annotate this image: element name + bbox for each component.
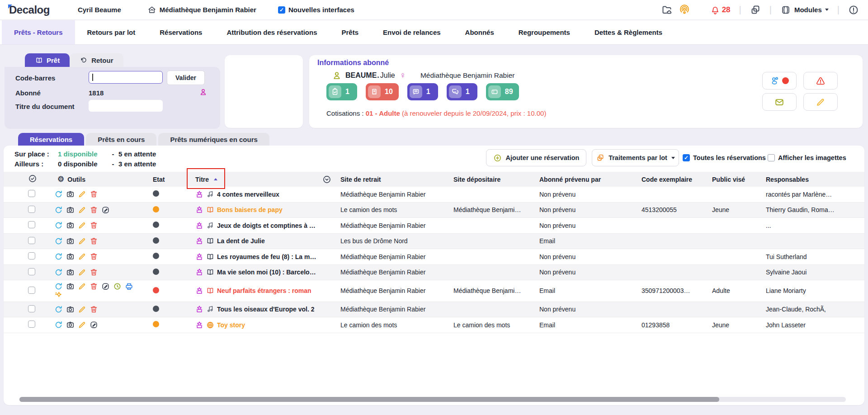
- note-icon[interactable]: [101, 282, 110, 291]
- scrollbar-thumb[interactable]: [19, 397, 719, 402]
- notifications-button[interactable]: 28: [710, 5, 731, 15]
- row-checkbox[interactable]: [28, 321, 35, 328]
- folder-cloud-icon[interactable]: [661, 5, 672, 15]
- tab-pret[interactable]: Prêt: [25, 53, 70, 67]
- delete-icon[interactable]: [90, 206, 98, 214]
- delete-icon[interactable]: [90, 190, 98, 198]
- col-responsables[interactable]: Responsables: [762, 176, 864, 183]
- document-title[interactable]: Tous les oiseaux d'Europe vol. 2: [217, 306, 314, 313]
- new-interfaces-checkbox[interactable]: [278, 6, 285, 14]
- badge-messages[interactable]: 1: [407, 83, 438, 100]
- magic-star-icon[interactable]: [54, 291, 63, 299]
- camera-icon[interactable]: [66, 305, 75, 314]
- tab-retour[interactable]: Retour: [70, 53, 123, 67]
- nav-tab-regroupements[interactable]: Regroupements: [506, 20, 582, 44]
- row-checkbox[interactable]: [28, 190, 35, 197]
- edit-icon[interactable]: [78, 268, 86, 277]
- badge-tickets[interactable]: 89: [486, 83, 519, 100]
- tab-reservations[interactable]: Réservations: [18, 133, 84, 146]
- select-all-icon[interactable]: [28, 174, 37, 183]
- nav-tab-retours-par-lot[interactable]: Retours par lot: [75, 20, 148, 44]
- nav-tab-attribution[interactable]: Attribution des réservations: [214, 20, 329, 44]
- renew-icon[interactable]: [54, 190, 63, 198]
- row-checkbox[interactable]: [28, 221, 35, 228]
- tab-prets-en-cours[interactable]: Prêts en cours: [86, 133, 156, 146]
- nav-tab-prets[interactable]: Prêts: [329, 20, 371, 44]
- camera-icon[interactable]: [66, 237, 75, 245]
- delete-icon[interactable]: [90, 268, 98, 277]
- document-title[interactable]: Ma vie selon moi (10) : Barcelone r: [217, 269, 316, 276]
- document-title[interactable]: Jeux de doigts et comptines à ge: [217, 222, 316, 229]
- nav-tab-abonnes[interactable]: Abonnés: [453, 20, 506, 44]
- delete-icon[interactable]: [90, 305, 98, 314]
- renew-icon[interactable]: [54, 305, 63, 314]
- current-user[interactable]: Cyril Beaume: [78, 6, 121, 14]
- barcode-input[interactable]: [89, 71, 163, 84]
- document-title[interactable]: 4 contes merveilleux: [217, 191, 279, 198]
- camera-icon[interactable]: [66, 282, 75, 291]
- nav-tab-reservations[interactable]: Réservations: [147, 20, 214, 44]
- col-public[interactable]: Public visé: [708, 176, 762, 183]
- delete-icon[interactable]: [90, 221, 98, 230]
- document-title[interactable]: Bons baisers de papy: [217, 206, 283, 213]
- edit-icon[interactable]: [78, 321, 86, 329]
- document-title[interactable]: La dent de Julie: [217, 237, 265, 245]
- camera-icon[interactable]: [66, 221, 75, 230]
- col-prevenu[interactable]: Abonné prévenu par: [536, 176, 638, 183]
- current-library[interactable]: Médiathèque Benjamin Rabier: [147, 5, 256, 14]
- camera-icon[interactable]: [66, 190, 75, 198]
- badge-chats[interactable]: 1: [447, 83, 477, 100]
- nav-tab-dettes[interactable]: Dettes & Règlements: [582, 20, 675, 44]
- row-checkbox[interactable]: [28, 287, 35, 294]
- note-icon[interactable]: [90, 321, 98, 329]
- edit-icon[interactable]: [78, 305, 86, 314]
- history-icon[interactable]: [113, 282, 122, 291]
- delete-icon[interactable]: [90, 252, 98, 261]
- renew-icon[interactable]: [54, 321, 63, 329]
- batch-actions-button[interactable]: Traitements par lot: [592, 149, 679, 166]
- windows-icon[interactable]: [750, 5, 761, 15]
- delete-icon[interactable]: [90, 237, 98, 245]
- nav-tab-prets-retours[interactable]: Prêts - Retours: [2, 20, 75, 44]
- renew-icon[interactable]: [54, 237, 63, 245]
- renew-icon[interactable]: [54, 268, 63, 277]
- show-thumbnails-checkbox[interactable]: [768, 154, 775, 161]
- member-person-icon[interactable]: [199, 88, 208, 96]
- document-title[interactable]: Neuf parfaits étrangers : roman: [217, 287, 311, 294]
- printer-icon[interactable]: [125, 282, 133, 291]
- edit-icon[interactable]: [78, 190, 86, 198]
- delete-icon[interactable]: [90, 282, 98, 291]
- validate-button[interactable]: Valider: [167, 71, 205, 85]
- camera-icon[interactable]: [66, 206, 75, 214]
- badge-loans[interactable]: 1: [326, 83, 357, 100]
- info-icon[interactable]: [848, 5, 859, 15]
- subscriber-accounts-button[interactable]: [762, 72, 797, 90]
- document-title[interactable]: Toy story: [217, 321, 245, 329]
- column-options-icon[interactable]: [322, 175, 331, 184]
- col-site-retrait[interactable]: Site de retrait: [337, 176, 450, 183]
- col-code[interactable]: Code exemplaire: [638, 176, 708, 183]
- camera-icon[interactable]: [66, 252, 75, 261]
- note-icon[interactable]: [101, 206, 110, 214]
- renew-icon[interactable]: [54, 282, 63, 291]
- col-etat[interactable]: Etat: [149, 176, 190, 183]
- add-reservation-button[interactable]: Ajouter une réservation: [486, 149, 586, 166]
- camera-icon[interactable]: [66, 268, 75, 277]
- all-reservations-checkbox[interactable]: [683, 154, 690, 161]
- edit-icon[interactable]: [78, 221, 86, 230]
- row-checkbox[interactable]: [28, 237, 35, 244]
- subscriber-mail-button[interactable]: [762, 93, 797, 111]
- row-checkbox[interactable]: [28, 268, 35, 275]
- subscriber-lastname[interactable]: BEAUME: [345, 71, 377, 80]
- row-checkbox[interactable]: [28, 252, 35, 259]
- col-site-depositaire[interactable]: Site dépositaire: [450, 176, 536, 183]
- horizontal-scrollbar[interactable]: [19, 397, 846, 402]
- document-title[interactable]: Les royaumes de feu (8) : La missi: [217, 253, 316, 260]
- subscriber-edit-button[interactable]: [803, 93, 838, 111]
- renew-icon[interactable]: [54, 252, 63, 261]
- badge-fees[interactable]: 10: [366, 83, 399, 100]
- renew-icon[interactable]: [54, 206, 63, 214]
- camera-icon[interactable]: [66, 321, 75, 329]
- nav-tab-relances[interactable]: Envoi de relances: [371, 20, 453, 44]
- doc-title-input[interactable]: [89, 100, 163, 112]
